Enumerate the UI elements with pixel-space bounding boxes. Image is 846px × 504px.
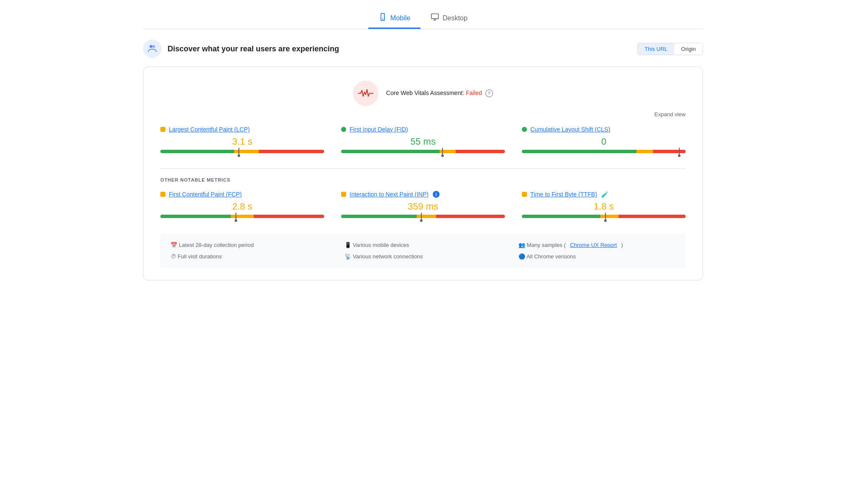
- metric-fcp: First Contentful Paint (FCP) 2.8 s: [160, 191, 324, 220]
- bar-segment: [160, 215, 231, 218]
- footer-link[interactable]: Chrome UX Report: [570, 242, 617, 248]
- footer-item-1: 📱 Various mobile devices: [345, 242, 501, 248]
- expand-link[interactable]: Expand view: [654, 111, 686, 118]
- this-url-button[interactable]: This URL: [638, 43, 674, 55]
- bar-segment: [636, 150, 653, 153]
- bar-segment: [231, 215, 254, 218]
- tabs-row: Mobile Desktop: [143, 8, 703, 29]
- metric-dot: [522, 192, 527, 197]
- header-row: Discover what your real users are experi…: [143, 39, 703, 58]
- tab-mobile-label: Mobile: [390, 14, 410, 22]
- metric-label[interactable]: First Contentful Paint (FCP): [169, 191, 242, 198]
- tab-desktop-label: Desktop: [443, 14, 468, 22]
- bar-segment: [341, 215, 417, 218]
- header-title: Discover what your real users are experi…: [168, 45, 339, 53]
- footer-info: 📅 Latest 28-day collection period📱 Vario…: [160, 233, 686, 268]
- progress-needle: [442, 148, 443, 155]
- metric-label[interactable]: Time to First Byte (TTFB): [530, 191, 597, 198]
- svg-point-5: [150, 45, 153, 48]
- progress-needle: [605, 213, 606, 220]
- bar-segment: [160, 150, 234, 153]
- bar-segment: [619, 215, 686, 218]
- metric-label-row: Interaction to Next Paint (INP) i: [341, 191, 505, 198]
- svg-point-6: [152, 45, 155, 48]
- metric-label-row: Cumulative Layout Shift (CLS): [522, 126, 686, 133]
- main-card: Core Web Vitals Assessment: Failed ? Exp…: [143, 67, 703, 280]
- header-left: Discover what your real users are experi…: [143, 39, 339, 58]
- bar-segment: [417, 215, 436, 218]
- bar-segment: [456, 150, 505, 153]
- metric-label-row: First Input Delay (FID): [341, 126, 505, 133]
- progress-bar: [522, 150, 686, 153]
- metric-label[interactable]: Largest Contentful Paint (LCP): [169, 126, 250, 133]
- metric-cls: Cumulative Layout Shift (CLS) 0: [522, 126, 686, 155]
- progress-needle: [421, 213, 422, 220]
- expand-row: Expand view: [160, 111, 686, 118]
- metric-dot: [341, 127, 346, 132]
- origin-button[interactable]: Origin: [674, 43, 703, 55]
- info-icon[interactable]: i: [433, 191, 440, 198]
- core-metrics-grid: Largest Contentful Paint (LCP) 3.1 s Fir…: [160, 126, 686, 155]
- pulse-icon: [353, 81, 378, 106]
- progress-bar: [341, 150, 505, 153]
- bar-segment: [254, 215, 324, 218]
- metric-inp: Interaction to Next Paint (INP) i 359 ms: [341, 191, 505, 220]
- metric-value: 1.8 s: [522, 201, 686, 212]
- metric-value: 359 ms: [341, 201, 505, 212]
- help-icon[interactable]: ?: [485, 90, 493, 97]
- metric-dot: [341, 192, 346, 197]
- metric-label[interactable]: First Input Delay (FID): [350, 126, 408, 133]
- progress-bar: [341, 215, 505, 218]
- metric-label[interactable]: Cumulative Layout Shift (CLS): [530, 126, 610, 133]
- footer-item-2: 👥 Many samples (Chrome UX Report): [518, 242, 675, 248]
- bar-segment: [653, 150, 686, 153]
- metric-lcp: Largest Contentful Paint (LCP) 3.1 s: [160, 126, 324, 155]
- metric-value: 0: [522, 136, 686, 147]
- bar-segment: [259, 150, 324, 153]
- metric-dot: [160, 127, 165, 132]
- bar-segment: [522, 215, 600, 218]
- bar-segment: [522, 150, 636, 153]
- metric-label[interactable]: Interaction to Next Paint (INP): [350, 191, 429, 198]
- flask-icon: 🧪: [601, 191, 608, 198]
- progress-needle: [679, 148, 680, 155]
- metric-value: 2.8 s: [160, 201, 324, 212]
- tab-mobile[interactable]: Mobile: [368, 8, 420, 29]
- metric-ttfb: Time to First Byte (TTFB) 🧪 1.8 s: [522, 191, 686, 220]
- other-metrics-grid: First Contentful Paint (FCP) 2.8 s Inter…: [160, 191, 686, 220]
- svg-rect-2: [431, 14, 439, 19]
- progress-bar: [160, 150, 324, 153]
- other-metrics-label: OTHER NOTABLE METRICS: [160, 177, 686, 182]
- avatar: [143, 39, 162, 58]
- bar-segment: [600, 215, 618, 218]
- metric-label-row: Time to First Byte (TTFB) 🧪: [522, 191, 686, 198]
- metric-label-row: First Contentful Paint (FCP): [160, 191, 324, 198]
- metric-label-row: Largest Contentful Paint (LCP): [160, 126, 324, 133]
- metric-dot: [160, 192, 165, 197]
- bar-segment: [341, 150, 440, 153]
- desktop-icon: [431, 13, 439, 23]
- metric-value: 55 ms: [341, 136, 505, 147]
- footer-item-3: ⏱ Full visit durations: [171, 253, 328, 260]
- progress-bar: [160, 215, 324, 218]
- mobile-icon: [378, 13, 387, 23]
- footer-item-0: 📅 Latest 28-day collection period: [171, 242, 328, 248]
- footer-item-5: 🔵 All Chrome versions: [518, 253, 675, 260]
- bar-segment: [234, 150, 259, 153]
- progress-needle: [238, 148, 239, 155]
- metric-value: 3.1 s: [160, 136, 324, 147]
- tab-desktop[interactable]: Desktop: [420, 8, 478, 29]
- metric-dot: [522, 127, 527, 132]
- progress-bar: [522, 215, 686, 218]
- bar-segment: [436, 215, 505, 218]
- footer-item-4: 📡 Various network connections: [345, 253, 501, 260]
- section-divider: [160, 168, 686, 169]
- assessment-title: Core Web Vitals Assessment: Failed ?: [386, 90, 493, 97]
- progress-needle: [235, 213, 236, 220]
- url-toggle: This URL Origin: [637, 43, 703, 55]
- assessment-header: Core Web Vitals Assessment: Failed ?: [160, 81, 686, 106]
- metric-fid: First Input Delay (FID) 55 ms: [341, 126, 505, 155]
